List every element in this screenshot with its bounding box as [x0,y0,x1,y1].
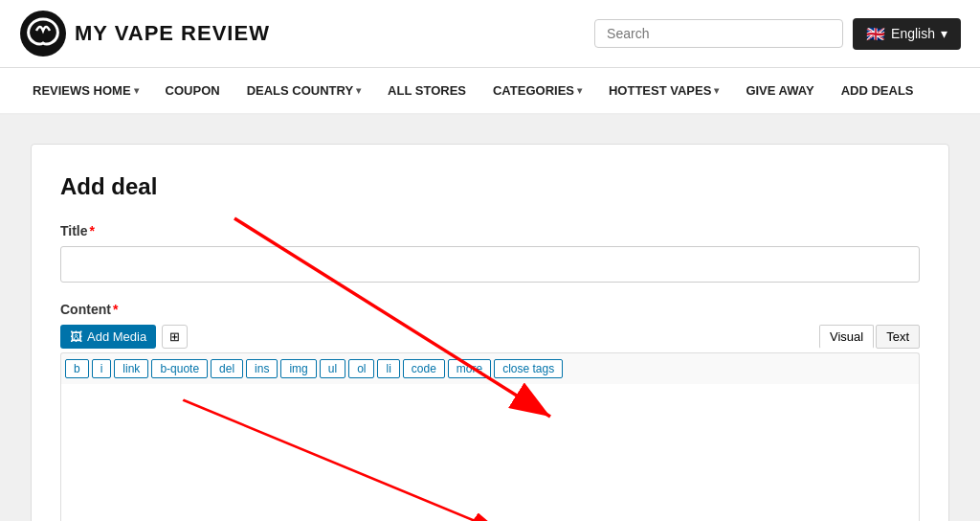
language-label: English [891,26,935,41]
logo[interactable]: MY VAPE REVIEW [19,10,270,57]
nav-item-categories[interactable]: CATEGORIES ▾ [479,68,595,113]
main-content: Add deal Title * Content * 🖼 Add Media ⊞ [11,115,969,521]
editor-toolbar-left: 🖼 Add Media ⊞ [60,325,188,349]
nav-item-give-away[interactable]: GIVE AWAY [732,68,827,113]
format-ins[interactable]: ins [246,359,278,378]
nav-item-all-stores[interactable]: ALL STORES [374,68,479,113]
format-li[interactable]: li [377,359,399,378]
language-selector[interactable]: 🇬🇧 English ▾ [853,18,961,50]
form-box: Add deal Title * Content * 🖼 Add Media ⊞ [31,144,949,521]
format-italic[interactable]: i [92,359,112,378]
format-close-tags[interactable]: close tags [494,359,563,378]
main-nav: REVIEWS HOME ▾ COUPON DEALS COUNTRY ▾ AL… [0,68,980,115]
nav-item-coupon[interactable]: COUPON [152,68,234,113]
format-bquote[interactable]: b-quote [151,359,208,378]
format-del[interactable]: del [211,359,243,378]
tab-visual[interactable]: Visual [819,325,874,349]
page-title: Add deal [60,173,920,200]
media-icon: 🖼 [70,329,82,344]
grid-button[interactable]: ⊞ [162,325,188,349]
required-indicator: * [113,302,118,317]
editor-area [60,384,920,521]
format-img[interactable]: img [280,359,316,378]
title-field-label: Title * [60,223,920,238]
nav-item-hottest-vapes[interactable]: HOTTEST VAPES ▾ [595,68,732,113]
format-buttons-row: b i link b-quote del ins img ul ol li co… [60,352,920,384]
search-input[interactable] [594,19,843,48]
logo-icon [19,10,67,57]
tab-text[interactable]: Text [876,325,920,349]
format-bold[interactable]: b [65,359,89,378]
header-right: 🇬🇧 English ▾ [594,18,961,50]
chevron-icon: ▾ [714,85,719,96]
chevron-icon: ▾ [134,85,139,96]
chevron-down-icon: ▾ [941,26,947,41]
nav-item-deals-country[interactable]: DEALS COUNTRY ▾ [234,68,374,113]
view-tabs: Visual Text [819,325,920,349]
chevron-icon: ▾ [356,85,361,96]
content-field-label: Content * [60,302,920,317]
format-link[interactable]: link [114,359,148,378]
chevron-icon: ▾ [577,85,582,96]
nav-item-reviews-home[interactable]: REVIEWS HOME ▾ [19,68,152,113]
flag-icon: 🇬🇧 [866,25,885,43]
site-header: MY VAPE REVIEW 🇬🇧 English ▾ [0,0,980,68]
format-ul[interactable]: ul [320,359,345,378]
title-input[interactable] [60,246,920,283]
format-more[interactable]: more [448,359,491,378]
format-code[interactable]: code [403,359,445,378]
grid-icon: ⊞ [169,329,180,344]
nav-item-add-deals[interactable]: ADD DEALS [828,68,927,113]
format-ol[interactable]: ol [348,359,374,378]
add-media-button[interactable]: 🖼 Add Media [60,325,156,349]
required-indicator: * [90,223,95,238]
editor-toolbar-top: 🖼 Add Media ⊞ Visual Text [60,325,920,349]
content-textarea[interactable] [60,384,920,521]
logo-text: MY VAPE REVIEW [75,21,270,46]
